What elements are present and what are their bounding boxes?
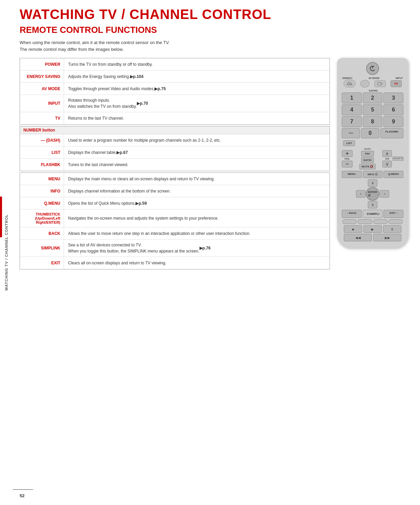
media-top-row: ■ ▶ ⏸ bbox=[344, 225, 401, 233]
page-indicator: PAGE bbox=[393, 157, 403, 160]
main-content: WATCHING TV / CHANNEL CONTROL REMOTE CON… bbox=[13, 0, 420, 276]
table-row: — (DASH) Used to enter a program number … bbox=[20, 134, 330, 146]
flashbk-button[interactable]: FLASHBK bbox=[380, 128, 403, 138]
table-power-functions: POWER Turns the TV on from standby or of… bbox=[20, 58, 330, 125]
remote-control: ENERGY AV MODE INPUT bbox=[337, 58, 408, 248]
vol-ch-area: + VOL − MARK FAV RATIO MUTE 🔇 ∧ CH bbox=[340, 148, 405, 169]
desc2: The remote control may differ from the i… bbox=[20, 47, 124, 52]
stop-button[interactable]: ■ bbox=[344, 225, 362, 233]
num-3-button[interactable]: 3 bbox=[383, 93, 403, 103]
back-button[interactable]: ⌂ BACK bbox=[342, 210, 362, 218]
page-title: WATCHING TV / CHANNEL CONTROL bbox=[20, 7, 410, 22]
qmenu-button[interactable]: Q.MENU bbox=[383, 171, 403, 178]
exit-button[interactable]: EXIT □ bbox=[383, 210, 403, 218]
color-button-grey3[interactable] bbox=[373, 219, 387, 224]
page-subtitle: REMOTE CONTROL FUNCTIONS bbox=[20, 25, 410, 35]
nav-left-button[interactable]: ‹ bbox=[356, 190, 365, 198]
dash-button[interactable]: — bbox=[342, 128, 360, 138]
av-mode-label: AV MODE bbox=[20, 83, 64, 95]
info-label: INFO bbox=[20, 185, 64, 197]
table-row: FLASHBK Tunes to the last channel viewed… bbox=[20, 159, 330, 171]
list-label: LIST bbox=[20, 146, 64, 158]
back-desc: Allows the user to move return one step … bbox=[64, 227, 330, 239]
av-mode-button[interactable] bbox=[360, 80, 370, 87]
remote-container: ENERGY AV MODE INPUT bbox=[335, 58, 410, 248]
dash-desc: Used to enter a program number for multi… bbox=[64, 134, 330, 146]
av-mode-desc: Toggles through preset Video and Audio m… bbox=[64, 83, 330, 95]
num-1-button[interactable]: 1 bbox=[342, 93, 362, 103]
input-button[interactable] bbox=[374, 80, 386, 87]
input-desc: Rotates through inputs.Also switches the… bbox=[64, 95, 330, 112]
enter-button[interactable]: ENTER⊙ bbox=[366, 187, 379, 201]
fast-forward-button[interactable]: ▶▶ bbox=[373, 234, 401, 241]
nav-up-button[interactable]: ∧ bbox=[368, 179, 377, 187]
vol-label: VOL bbox=[344, 157, 350, 160]
nav-right-button[interactable]: › bbox=[380, 190, 389, 198]
power-button[interactable] bbox=[366, 62, 379, 75]
page-number: 52 bbox=[20, 493, 24, 498]
color-button-grey2[interactable] bbox=[358, 219, 372, 224]
tv-label: TV bbox=[20, 112, 64, 124]
tv-button[interactable]: TV bbox=[391, 80, 402, 87]
av-mode-remote-label: AV MODE bbox=[369, 77, 379, 79]
power-label: POWER bbox=[20, 58, 64, 70]
tv-desc: Returns to the last TV channel. bbox=[64, 112, 330, 124]
play-button[interactable]: ▶ bbox=[363, 225, 382, 233]
flashbk-label: FLASHBK bbox=[20, 159, 64, 171]
simplink-button[interactable]: ⊙SIMPLINK bbox=[363, 210, 383, 218]
menu-button[interactable]: MENU bbox=[342, 171, 362, 178]
vol-col: + VOL − bbox=[342, 150, 353, 167]
vol-up-button[interactable]: + bbox=[342, 150, 353, 157]
color-button-grey4[interactable] bbox=[388, 219, 403, 224]
energy-saving-button[interactable] bbox=[343, 80, 356, 87]
vol-down-button[interactable]: − bbox=[342, 161, 353, 167]
menu-row: MENU INFO ⓘ Q.MENU bbox=[340, 171, 405, 178]
pause-button[interactable]: ⏸ bbox=[383, 225, 401, 233]
num-7-button[interactable]: 7 bbox=[342, 116, 362, 127]
sidebar: WATCHING TV / CHANNEL CONTROL bbox=[0, 0, 13, 505]
center-buttons: MARK FAV RATIO MUTE 🔇 bbox=[359, 148, 376, 169]
list-desc: Displays the channel table. ▶p.67 bbox=[64, 146, 330, 158]
color-button-grey1[interactable] bbox=[342, 219, 357, 224]
flashbk-desc: Tunes to the last channel viewed. bbox=[64, 159, 330, 171]
num-4-button[interactable]: 4 bbox=[342, 104, 362, 115]
info-desc: Displays channel information at the bott… bbox=[64, 185, 330, 197]
ratio-button[interactable]: RATIO bbox=[361, 157, 374, 163]
energy-saving-desc: Adjusts the Energy Saving setting. ▶p.10… bbox=[64, 70, 330, 82]
num-9-button[interactable]: 9 bbox=[383, 116, 403, 127]
simplink-icon: ⊙SIMPLINK bbox=[366, 211, 379, 216]
power-icon bbox=[370, 65, 376, 72]
description: When using the remote control, aim it at… bbox=[20, 39, 410, 53]
nav-down-button[interactable]: ∨ bbox=[368, 201, 377, 208]
sidebar-accent-bar bbox=[0, 197, 2, 237]
energy-saving-icon bbox=[346, 81, 353, 85]
ch-down-button[interactable]: ∨ bbox=[382, 161, 392, 167]
saving-label: SAVING bbox=[369, 89, 378, 92]
table-row: INPUT Rotates through inputs.Also switch… bbox=[20, 95, 330, 112]
qmenu-desc: Opens the list of Quick Menu options. ▶p… bbox=[64, 197, 330, 209]
ch-up-button[interactable]: ∧ bbox=[382, 150, 392, 157]
rewind-button[interactable]: ◀◀ bbox=[344, 234, 372, 241]
tables-section: POWER Turns the TV on from standby or of… bbox=[20, 58, 330, 269]
info-button[interactable]: INFO ⓘ bbox=[363, 171, 383, 178]
table-row: ENERGY SAVING Adjusts the Energy Saving … bbox=[20, 70, 330, 83]
back-label: BACK bbox=[20, 227, 64, 239]
num-6-button[interactable]: 6 bbox=[383, 104, 403, 115]
table-row: THUMBSTICK(Up/Down/LeftRight/ENTER) Navi… bbox=[20, 209, 330, 227]
mute-button[interactable]: MUTE 🔇 bbox=[359, 164, 376, 169]
fav-button[interactable]: FAV bbox=[361, 151, 374, 157]
numpad: 1 2 3 4 5 6 7 8 9 bbox=[340, 93, 405, 127]
input-icon bbox=[377, 82, 383, 85]
content-area: POWER Turns the TV on from standby or of… bbox=[20, 58, 410, 269]
menu-desc: Displays the main menu or clears all on-… bbox=[64, 173, 330, 185]
desc1: When using the remote control, aim it at… bbox=[20, 40, 170, 45]
table-row: EXIT Clears all on-screen displays and r… bbox=[20, 257, 330, 269]
num-8-button[interactable]: 8 bbox=[363, 116, 383, 127]
bottom-line bbox=[13, 489, 33, 490]
num-2-button[interactable]: 2 bbox=[363, 93, 383, 103]
list-button[interactable]: LIST bbox=[343, 140, 355, 146]
table-row: MENU Displays the main menu or clears al… bbox=[20, 173, 330, 185]
zero-button[interactable]: 0 bbox=[361, 128, 379, 138]
exit-desc: Clears all on-screen displays and return… bbox=[64, 257, 330, 269]
num-5-button[interactable]: 5 bbox=[363, 104, 383, 115]
